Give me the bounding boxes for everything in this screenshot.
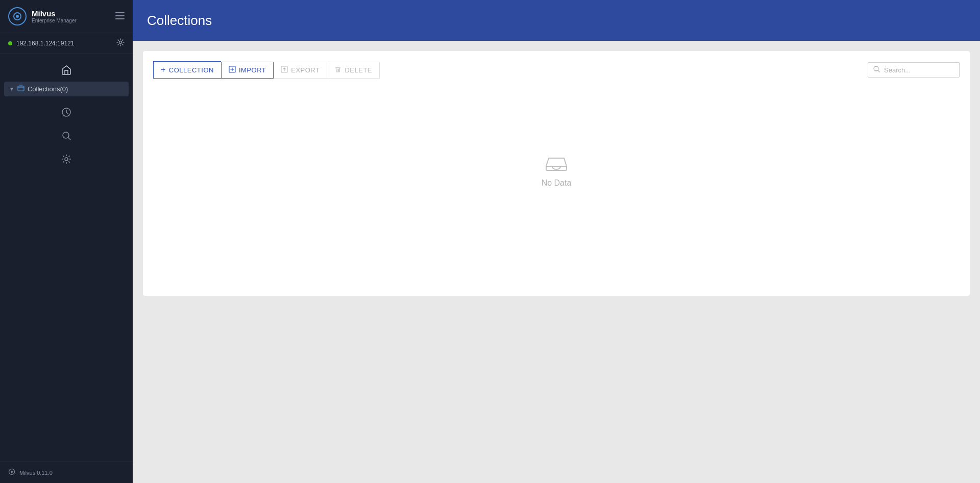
footer-version: Milvus 0.11.0 bbox=[19, 470, 53, 476]
svg-rect-2 bbox=[115, 12, 125, 13]
import-icon bbox=[229, 66, 236, 74]
app-logo-icon bbox=[8, 7, 27, 26]
search-area bbox=[868, 62, 960, 78]
export-icon bbox=[281, 66, 288, 74]
app-name: Milvus bbox=[32, 9, 77, 18]
logo-text: Milvus Enterprise Manager bbox=[32, 9, 77, 23]
no-data-text: No Data bbox=[542, 179, 572, 188]
import-button[interactable]: IMPORT bbox=[221, 62, 274, 79]
tree-chevron-icon: ▼ bbox=[9, 86, 14, 92]
logo-area: Milvus Enterprise Manager bbox=[8, 7, 77, 26]
status-indicator bbox=[8, 41, 12, 45]
svg-point-10 bbox=[11, 471, 13, 473]
nav-item-settings[interactable] bbox=[0, 147, 133, 171]
menu-toggle-icon[interactable] bbox=[115, 11, 125, 22]
page-header: Collections bbox=[133, 0, 980, 41]
nav-item-search[interactable] bbox=[0, 124, 133, 147]
svg-rect-5 bbox=[18, 86, 24, 91]
page-title: Collections bbox=[147, 13, 212, 29]
svg-point-1 bbox=[16, 15, 19, 18]
export-button[interactable]: EXPORT bbox=[274, 62, 327, 79]
nav-icons: ▼ Collections(0) bbox=[0, 54, 133, 462]
content-card: + COLLECTION IMPORT bbox=[143, 51, 970, 296]
sidebar: Milvus Enterprise Manager 192.168.1.124:… bbox=[0, 0, 133, 483]
tree-item-label: Collections(0) bbox=[28, 85, 68, 93]
toolbar: + COLLECTION IMPORT bbox=[153, 61, 960, 79]
add-collection-button[interactable]: + COLLECTION bbox=[153, 61, 221, 79]
connection-bar: 192.168.1.124:19121 bbox=[0, 33, 133, 54]
page-content-area: + COLLECTION IMPORT bbox=[133, 41, 980, 483]
sidebar-header: Milvus Enterprise Manager bbox=[0, 0, 133, 33]
no-data-icon bbox=[544, 152, 569, 172]
connection-address: 192.168.1.124:19121 bbox=[16, 40, 112, 47]
footer-icon bbox=[8, 468, 15, 477]
no-data-area: No Data bbox=[153, 91, 960, 228]
app-subtitle: Enterprise Manager bbox=[32, 18, 77, 23]
svg-point-8 bbox=[65, 158, 68, 161]
search-input[interactable] bbox=[884, 66, 954, 74]
svg-rect-3 bbox=[115, 15, 125, 16]
plus-icon: + bbox=[161, 65, 166, 74]
nav-item-history[interactable] bbox=[0, 100, 133, 124]
collections-tree-item[interactable]: ▼ Collections(0) bbox=[4, 82, 129, 96]
search-icon bbox=[873, 66, 880, 74]
search-input-wrap[interactable] bbox=[868, 62, 960, 78]
connection-settings-icon[interactable] bbox=[116, 38, 125, 48]
collections-tree: ▼ Collections(0) bbox=[0, 82, 133, 96]
svg-rect-4 bbox=[115, 18, 125, 19]
delete-button[interactable]: DELETE bbox=[327, 62, 380, 79]
tree-collection-icon bbox=[17, 85, 24, 93]
delete-icon bbox=[334, 66, 341, 74]
nav-item-home[interactable] bbox=[0, 58, 133, 82]
sidebar-footer: Milvus 0.11.0 bbox=[0, 462, 133, 483]
main-content: Collections + COLLECTION IMPORT bbox=[133, 0, 980, 483]
